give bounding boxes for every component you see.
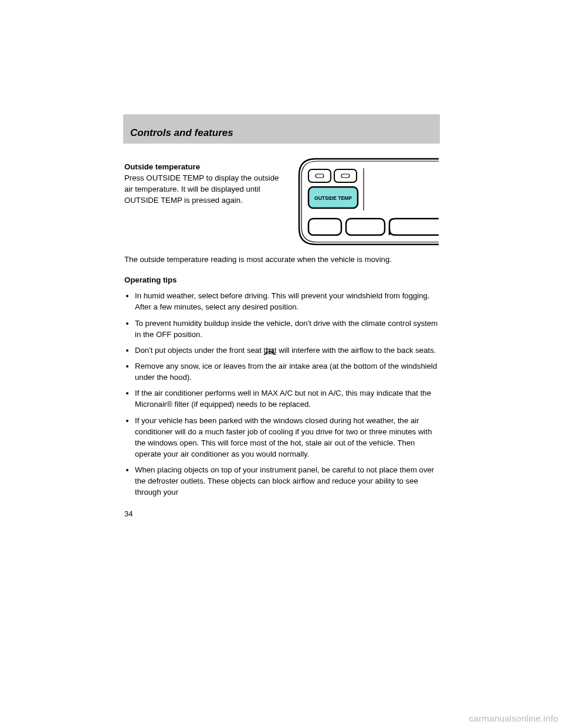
feature-note: The outside temperature reading is most … xyxy=(124,254,439,265)
list-item: Don't put objects under the front seat t… xyxy=(135,345,439,356)
svg-rect-6 xyxy=(308,219,341,235)
list-item: To prevent humidity buildup inside the v… xyxy=(135,318,439,340)
list-item: When placing objects on top of your inst… xyxy=(135,464,439,498)
svg-rect-2 xyxy=(334,169,357,182)
list-item: Remove any snow, ice or leaves from the … xyxy=(135,360,439,383)
content: Outside temperature Press OUTSIDE TEMP t… xyxy=(123,161,440,519)
watermark: carmanualsonline.info xyxy=(469,713,558,723)
defrost-icon xyxy=(263,348,273,355)
svg-rect-0 xyxy=(308,169,331,182)
list-item: In humid weather, select before driving.… xyxy=(135,290,439,312)
top-block: Outside temperature Press OUTSIDE TEMP t… xyxy=(124,161,439,246)
tips-list: In humid weather, select before driving.… xyxy=(124,290,439,498)
list-item: If the air conditioner performs well in … xyxy=(135,387,439,410)
tips-heading: Operating tips xyxy=(124,274,439,285)
section-title: Controls and features xyxy=(130,127,433,139)
section-header: Controls and features xyxy=(123,114,440,144)
svg-rect-7 xyxy=(346,219,385,235)
page-container: Controls and features Outside temperatur… xyxy=(123,114,440,519)
feature-body: Press OUTSIDE TEMP to display the outsid… xyxy=(124,172,287,206)
svg-rect-3 xyxy=(341,174,350,178)
page-number: 34 xyxy=(124,509,439,520)
tip-text: In humid weather, select before driving.… xyxy=(135,291,430,311)
svg-rect-1 xyxy=(316,174,324,178)
feature-name: Outside temperature xyxy=(124,161,287,172)
list-item: If your vehicle has been parked with the… xyxy=(135,415,439,460)
control-illustration: OUTSIDE TEMP xyxy=(298,158,439,246)
outside-temp-label: OUTSIDE TEMP xyxy=(314,195,352,201)
top-text: Outside temperature Press OUTSIDE TEMP t… xyxy=(124,161,287,246)
